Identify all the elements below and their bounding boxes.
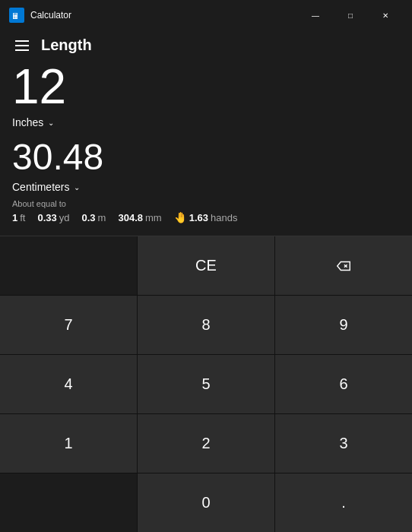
conversion-yd: 0.33 yd (37, 212, 69, 223)
key-5[interactable]: 5 (138, 355, 274, 413)
keypad: CE 7 8 9 4 5 6 1 2 3 0 . (0, 236, 412, 532)
conversion-m-value: 0.3 (82, 212, 96, 223)
hamburger-menu[interactable] (12, 37, 32, 54)
conversion-hands-unit: hands (211, 212, 237, 223)
key-ce[interactable]: CE (138, 236, 274, 295)
conversion-hands: 🤚 1.63 hands (174, 211, 238, 223)
key-dot[interactable]: . (275, 473, 412, 532)
key-empty-bottom (0, 473, 137, 532)
hamburger-line-2 (15, 45, 29, 46)
conversion-mm-value: 304.8 (118, 212, 143, 223)
key-empty-top (0, 236, 137, 295)
output-unit-selector[interactable]: Centimeters ⌄ (12, 181, 400, 193)
output-unit-chevron-icon: ⌄ (74, 183, 80, 192)
conversion-ft-unit: ft (20, 212, 25, 223)
conversion-yd-unit: yd (59, 212, 70, 223)
backspace-icon (335, 258, 352, 274)
hand-icon: 🤚 (174, 211, 187, 223)
app-icon: 🖩 (9, 8, 24, 23)
key-1[interactable]: 1 (0, 414, 137, 473)
conversion-mm: 304.8 mm (118, 212, 161, 223)
key-4[interactable]: 4 (0, 355, 137, 413)
about-equal-label: About equal to (12, 199, 400, 208)
top-section: Length 12 Inches ⌄ 30.48 Centimeters ⌄ A… (0, 30, 412, 236)
key-backspace[interactable] (275, 236, 412, 295)
window-controls: — □ ✕ (298, 3, 403, 27)
title-bar: 🖩 Calculator — □ ✕ (0, 0, 412, 30)
hamburger-line-3 (15, 49, 29, 51)
output-value: 30.48 (12, 138, 400, 178)
conversion-ft: 1 ft (12, 212, 25, 223)
key-2[interactable]: 2 (138, 414, 274, 473)
header-row: Length (12, 36, 400, 54)
conversions-row: 1 ft 0.33 yd 0.3 m 304.8 mm 🤚 1.63 hands (12, 211, 400, 223)
page-title: Length (41, 36, 92, 54)
input-unit-chevron-icon: ⌄ (48, 119, 54, 127)
maximize-button[interactable]: □ (333, 3, 368, 27)
conversion-m-unit: m (98, 212, 106, 223)
conversion-mm-unit: mm (145, 212, 162, 223)
input-unit-label: Inches (12, 116, 43, 128)
conversion-ft-value: 1 (12, 212, 17, 223)
key-3[interactable]: 3 (275, 414, 412, 473)
minimize-button[interactable]: — (298, 3, 333, 27)
key-6[interactable]: 6 (275, 355, 412, 413)
svg-text:🖩: 🖩 (11, 11, 20, 21)
content-area: Length 12 Inches ⌄ 30.48 Centimeters ⌄ A… (0, 30, 412, 532)
conversion-yd-value: 0.33 (37, 212, 56, 223)
app-title: Calculator (30, 10, 298, 21)
key-7[interactable]: 7 (0, 296, 137, 354)
key-0[interactable]: 0 (138, 473, 274, 532)
conversion-m: 0.3 m (82, 212, 106, 223)
input-unit-selector[interactable]: Inches ⌄ (12, 116, 400, 128)
key-8[interactable]: 8 (138, 296, 274, 354)
hamburger-line-1 (15, 40, 29, 42)
key-9[interactable]: 9 (275, 296, 412, 354)
conversion-hands-value: 1.63 (189, 212, 208, 223)
input-value: 12 (12, 60, 400, 113)
output-unit-label: Centimeters (12, 181, 69, 193)
close-button[interactable]: ✕ (368, 3, 403, 27)
